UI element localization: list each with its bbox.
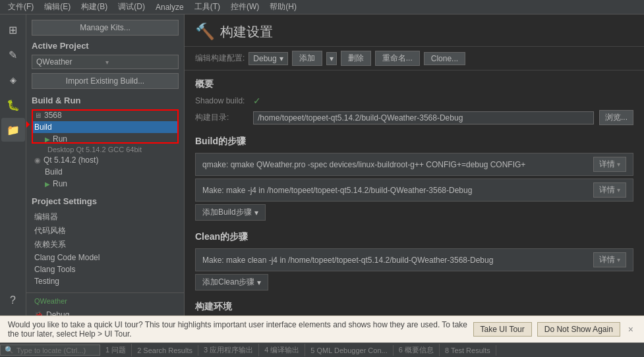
sidebar-welcome[interactable]: ⊞ <box>1 18 25 41</box>
tab-test-results[interactable]: 8 Test Results <box>440 345 496 356</box>
bottom-search[interactable]: 🔍 <box>0 344 100 356</box>
detail-arrow-icon-0: ▾ <box>617 161 620 168</box>
sidebar-design[interactable]: ◈ <box>1 68 25 92</box>
manage-kits-button[interactable]: Manage Kits... <box>32 20 179 36</box>
monitor-icon: 🖥 <box>34 111 42 119</box>
menu-controls[interactable]: 控件(W) <box>225 0 264 14</box>
host-build-label: Build <box>45 167 63 177</box>
build-dir-input[interactable] <box>253 111 594 124</box>
right-panel: 🔨 构建设置 编辑构建配置: Debug ▾ 添加 ▾ 删除 重命名... Cl… <box>185 14 644 316</box>
menu-debug[interactable]: 调试(D) <box>113 0 150 14</box>
sidebar-projects[interactable]: 📁 <box>1 118 25 142</box>
overview-section: 概要 Shadow build: ✓ 构建目录: 浏览... <box>195 78 633 125</box>
add-build-step-label: 添加Build步骤 <box>202 207 252 218</box>
clean-steps-section: Clean的步骤 Make: make clean -j4 in /home/t… <box>195 231 633 290</box>
clone-config-button[interactable]: Clone... <box>424 52 465 65</box>
menu-edit[interactable]: 编辑(E) <box>39 0 76 14</box>
project-settings-section: Project Settings 编辑器 代码风格 依赖关系 Clang Cod… <box>32 196 179 287</box>
tree-item-run[interactable]: ▶ Run <box>32 133 179 145</box>
project-settings-title: Project Settings <box>32 196 179 206</box>
clean-step-make: Make: make clean -j4 in /home/topeet/top… <box>195 248 633 271</box>
take-tour-button[interactable]: Take UI Tour <box>473 322 532 337</box>
tree-item-3568[interactable]: 🖥 3568 <box>32 109 179 121</box>
do-not-show-again-button[interactable]: Do Not Show Again <box>537 322 620 337</box>
tree-item-host-kit[interactable]: ◉ Qt 5.14.2 (host) <box>32 154 179 166</box>
bottom-tabs: 1 问题 2 Search Results 3 应用程序输出 4 编译输出 5 … <box>100 344 644 356</box>
project-name: QWeather <box>36 57 105 67</box>
menu-file[interactable]: 文件(F) <box>3 0 39 14</box>
project-dropdown[interactable]: QWeather ▾ <box>32 55 179 69</box>
build-step-qmake: qmake: qmake QWeather.pro -spec devices/… <box>195 153 633 176</box>
dropdown-arrow-icon: ▾ <box>105 59 175 66</box>
menu-analyze[interactable]: Analyze <box>150 1 189 13</box>
tree-item-host-build[interactable]: Build <box>32 166 179 178</box>
shadow-build-checkbox[interactable]: ✓ <box>253 96 261 106</box>
search-input[interactable] <box>16 346 96 354</box>
settings-testing[interactable]: Testing <box>32 275 179 287</box>
config-dropdown[interactable]: Debug ▾ <box>249 52 287 65</box>
config-dropdown-arrow-icon: ▾ <box>279 54 283 63</box>
build-label: Build <box>34 123 52 132</box>
debug-bottom-item[interactable]: 🐞 Debug <box>32 309 179 316</box>
search-icon: 🔍 <box>5 346 14 354</box>
build-run-title: Build & Run <box>32 96 179 105</box>
qweather-label[interactable]: QWeather <box>32 296 179 306</box>
clean-detail-label: 详情 <box>599 254 615 265</box>
build-steps-header: Build的步骤 <box>195 136 633 148</box>
add-dropdown-arrow-icon[interactable]: ▾ <box>326 52 337 65</box>
browse-button[interactable]: 浏览... <box>599 110 633 125</box>
tab-qml-debugger[interactable]: 5 QML Debugger Con... <box>305 345 393 356</box>
qmake-step-label: qmake: qmake QWeather.pro -spec devices/… <box>202 160 593 169</box>
tree-item-build[interactable]: Build <box>32 121 179 133</box>
config-label: 编辑构建配置: <box>195 53 245 64</box>
detail-arrow-icon-1: ▾ <box>617 186 620 194</box>
config-bar: 编辑构建配置: Debug ▾ 添加 ▾ 删除 重命名... Clone... <box>185 47 644 70</box>
sidebar-debug[interactable]: 🐛 <box>1 93 25 117</box>
menu-build[interactable]: 构建(B) <box>76 0 113 14</box>
clean-detail-button[interactable]: 详情 ▾ <box>593 252 626 267</box>
delete-config-button[interactable]: 删除 <box>341 51 371 66</box>
build-tree-container: ➔ 🖥 3568 Build <box>32 109 179 133</box>
tab-overview[interactable]: 6 概要信息 <box>394 344 440 356</box>
shadow-build-row: Shadow build: ✓ <box>195 96 633 106</box>
import-existing-build-button[interactable]: Import Existing Build... <box>32 73 179 89</box>
tab-compile-output[interactable]: 4 编译输出 <box>259 344 305 356</box>
tab-app-output[interactable]: 3 应用程序输出 <box>198 344 259 356</box>
bottom-bar: 🔍 1 问题 2 Search Results 3 应用程序输出 4 编译输出 … <box>0 343 644 357</box>
tour-bar: Would you like to take a quick UI tour? … <box>0 316 644 343</box>
shadow-build-label: Shadow build: <box>195 96 248 105</box>
host-run-icon: ▶ <box>45 180 50 188</box>
tab-search-results[interactable]: 2 Search Results <box>132 345 198 356</box>
run-icon: ▶ <box>45 136 50 143</box>
add-clean-arrow-icon: ▾ <box>257 278 261 287</box>
add-clean-step-button[interactable]: 添加Clean步骤 ▾ <box>195 274 268 290</box>
settings-editor[interactable]: 编辑器 <box>32 210 179 224</box>
settings-dependencies[interactable]: 依赖关系 <box>32 238 179 252</box>
overview-header: 概要 <box>195 78 633 90</box>
settings-clang-tools[interactable]: Clang Tools <box>32 263 179 275</box>
sidebar-edit[interactable]: ✎ <box>1 43 25 67</box>
active-project-title: Active Project <box>32 41 179 51</box>
detail-label-0: 详情 <box>599 159 615 170</box>
sidebar-help[interactable]: ? <box>1 288 25 312</box>
run-label: Run <box>53 134 67 144</box>
qmake-detail-button[interactable]: 详情 ▾ <box>593 157 626 172</box>
menu-tools[interactable]: 工具(T) <box>189 0 225 14</box>
tree-item-host-run[interactable]: ▶ Run <box>32 178 179 190</box>
make-detail-button[interactable]: 详情 ▾ <box>593 182 626 198</box>
right-header: 🔨 构建设置 <box>185 14 644 47</box>
menu-help[interactable]: 帮助(H) <box>264 0 302 14</box>
settings-code-style[interactable]: 代码风格 <box>32 224 179 238</box>
main-layout: ⊞ ✎ ◈ 🐛 📁 ? Manage Kits... Active Projec… <box>0 14 644 316</box>
rename-config-button[interactable]: 重命名... <box>375 51 420 66</box>
tour-close-button[interactable]: × <box>626 324 636 335</box>
tab-issues[interactable]: 1 问题 <box>100 344 132 356</box>
build-step-make: Make: make -j4 in /home/topeet/topeet-qt… <box>195 178 633 202</box>
settings-clang-model[interactable]: Clang Code Model <box>32 252 179 263</box>
build-env-section: 构建环境 <box>195 301 633 313</box>
add-build-step-button[interactable]: 添加Build步骤 ▾ <box>195 204 266 221</box>
add-config-button[interactable]: 添加 <box>292 51 322 66</box>
qt-icon: ◉ <box>34 156 41 165</box>
host-kit-label: Qt 5.14.2 (host) <box>44 155 98 165</box>
icon-sidebar: ⊞ ✎ ◈ 🐛 📁 ? <box>0 14 26 316</box>
